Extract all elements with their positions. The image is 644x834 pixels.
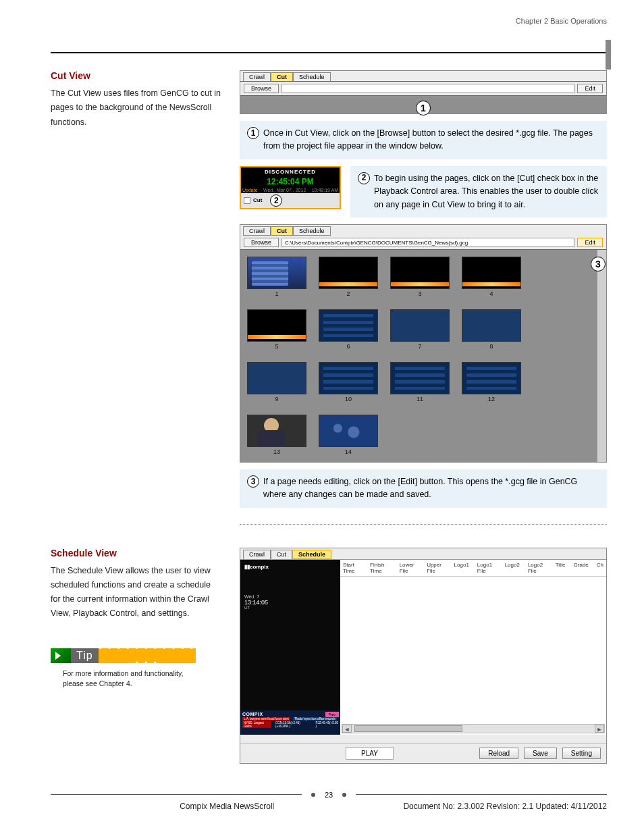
col-grade: Grade (574, 562, 589, 574)
cut-checkbox-label: Cut (253, 197, 262, 203)
fig-schedule-view: Crawl Cut Schedule ▮▮compix Wed. 7 13:14… (240, 548, 607, 764)
callout-1-marker: 1 (416, 101, 431, 115)
tab-crawl[interactable]: Crawl (243, 72, 271, 81)
page-thumb[interactable] (319, 362, 378, 394)
section-divider (240, 524, 607, 525)
schedule-heading: Schedule View (51, 548, 223, 558)
page-thumb[interactable] (462, 309, 521, 342)
pbk-update-label: Update (242, 188, 258, 192)
tab-schedule-2[interactable]: Schedule (293, 226, 331, 236)
footer-product: Compix Media NewsScroll (180, 802, 274, 811)
ticker-e: PJZ:45.45(+5.50 ) (316, 721, 338, 728)
scrollbar-v[interactable] (597, 250, 606, 462)
thumb-label: 7 (390, 342, 450, 350)
preview-time: 13:14:05 (244, 599, 336, 606)
cut-checkbox[interactable] (244, 197, 250, 204)
preview-day: Wed. 7 (244, 594, 336, 599)
step3-note: 3 If a page needs editing, click on the … (240, 469, 607, 508)
callout-3-marker: 3 (591, 257, 606, 271)
file-path-field-empty[interactable] (281, 84, 574, 93)
play-button[interactable]: PLAY (346, 747, 394, 760)
tip-box: Tip • • • • • • • • • • • • • • For more… (51, 648, 196, 690)
reload-button[interactable]: Reload (479, 748, 518, 759)
step3-text: If a page needs editing, click on the [E… (263, 475, 599, 502)
fig-cutview-thumbs: Crawl Cut Schedule Browse C:\Users\Docum… (240, 224, 607, 463)
thumb-label: 6 (319, 342, 378, 350)
col-lower: Lower File (400, 562, 419, 574)
setting-button[interactable]: Setting (562, 748, 601, 759)
preview-tz: UT (244, 606, 336, 610)
edit-button-2[interactable]: Edit (577, 238, 603, 247)
col-logo1file: Logo1 File (477, 562, 497, 574)
edit-button[interactable]: Edit (577, 84, 603, 93)
playback-control-panel: DISCONNECTED 12:45:04 PM Update Wed., Ma… (240, 166, 341, 209)
page-thumb[interactable] (319, 415, 378, 447)
col-ch: Ch (597, 562, 603, 574)
col-start: Start Time (343, 562, 362, 574)
page-thumb[interactable] (247, 309, 306, 342)
ticker-d: CGN:10.56(+2.46)(+16.20% ) (274, 721, 313, 728)
page-thumb[interactable] (390, 257, 450, 289)
thumb-label: 13 (247, 447, 306, 455)
chapter-header: Chapter 2 Basic Operations (51, 17, 607, 32)
col-upper: Upper File (427, 562, 446, 574)
scrollbar-h[interactable]: ◄ ► (342, 724, 605, 733)
step1-note: 1 Once in Cut View, click on the [Browse… (240, 121, 607, 159)
save-button[interactable]: Save (524, 748, 557, 759)
col-logo1: Logo1 (454, 562, 469, 574)
preview-logo-text: compix (250, 564, 269, 570)
thumb-label: 11 (390, 394, 450, 402)
thumb-label: 8 (462, 342, 521, 350)
page-thumb[interactable] (319, 309, 378, 342)
footer-separator: 23 (51, 791, 607, 799)
scroll-left-arrow[interactable]: ◄ (342, 725, 352, 733)
schedule-columns: Start Time Finish Time Lower File Upper … (340, 560, 606, 577)
tab-cut-3[interactable]: Cut (271, 550, 292, 559)
file-path-field[interactable]: C:\Users\Documents\Compix\GENCG\DOCUMENT… (281, 238, 574, 247)
thumb-label: 5 (247, 342, 306, 350)
schedule-preview: ▮▮compix Wed. 7 13:14:05 UT (240, 560, 340, 710)
thumb-label: 14 (319, 447, 378, 455)
page-thumb[interactable] (390, 362, 450, 394)
browse-button-2[interactable]: Browse (244, 238, 279, 247)
ticker-a: L.A. lawyers new fiscal force alert (242, 717, 290, 721)
tab-cut-2[interactable]: Cut (271, 226, 293, 236)
tip-icon (51, 648, 71, 663)
tab-crawl-3[interactable]: Crawl (243, 550, 271, 559)
browse-button[interactable]: Browse (244, 84, 279, 93)
schedule-intro: The Schedule View allows the user to vie… (51, 564, 223, 621)
callout-2-marker: 2 (270, 194, 282, 207)
tab-schedule-3[interactable]: Schedule (292, 550, 331, 559)
page-thumb[interactable] (247, 257, 306, 289)
ticker-b: ‘Radio’ eyes box office records (293, 717, 337, 721)
cut-view-heading: Cut View (51, 70, 223, 81)
step2-text: To begin using the pages, click on the [… (374, 172, 599, 211)
pbk-update-time: 10:48:19 AM (312, 188, 338, 192)
page-thumb[interactable] (319, 257, 378, 289)
thumb-label: 10 (319, 394, 378, 402)
prev-button[interactable]: Prev (325, 712, 339, 717)
tip-dots-icon: • • • • • • • • • • • • • • (99, 641, 196, 671)
page-thumb[interactable] (462, 257, 521, 289)
thumb-label: 12 (462, 394, 521, 402)
tab-cut[interactable]: Cut (271, 72, 293, 81)
page-thumb[interactable] (247, 362, 306, 394)
footer-docline: Document No: 2.3.002 Revision: 2.1 Updat… (403, 802, 607, 811)
tab-crawl-2[interactable]: Crawl (243, 226, 271, 236)
cut-view-intro: The Cut View uses files from GenCG to cu… (51, 86, 223, 130)
page-thumb[interactable] (390, 309, 450, 342)
step1-text: Once in Cut View, click on the [Browse] … (263, 127, 599, 153)
preview-lower-third: Prev COMPIX L.A. lawyers new fiscal forc… (240, 710, 340, 735)
page-thumb[interactable] (247, 415, 306, 447)
col-finish: Finish Time (370, 562, 392, 574)
pbk-status: DISCONNECTED (241, 167, 340, 176)
thumb-label: 1 (247, 289, 306, 297)
page-thumb[interactable] (462, 362, 521, 394)
tab-schedule[interactable]: Schedule (293, 72, 331, 81)
col-logo2file: Logo2 File (528, 562, 547, 574)
header-rule (51, 52, 607, 53)
scroll-right-arrow[interactable]: ► (595, 725, 604, 733)
scroll-thumb[interactable] (354, 725, 462, 732)
tip-label: Tip (71, 648, 99, 663)
thumb-label: 3 (390, 289, 450, 297)
